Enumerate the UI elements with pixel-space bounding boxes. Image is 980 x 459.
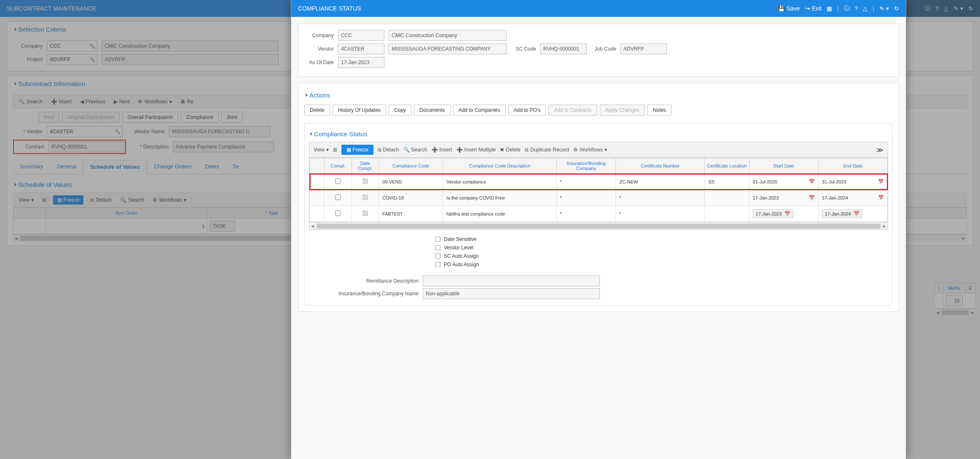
- column-header[interactable]: End Date: [818, 158, 887, 174]
- insurance-company-cell: *: [556, 206, 616, 222]
- m-vendor-code: 4CASTER: [338, 43, 384, 54]
- sc-auto-assign-checkbox[interactable]: [435, 254, 440, 259]
- vendor-level-checkbox[interactable]: [435, 245, 440, 250]
- modal-titlebar: COMPLIANCE STATUS 💾 Save ↪ Exit ▦ | ⓘ ? …: [291, 0, 906, 17]
- delete-button[interactable]: Delete: [304, 105, 330, 116]
- duplicate-button[interactable]: ⧉ Duplicate Record: [525, 147, 569, 153]
- compl-checkbox[interactable]: [335, 194, 341, 200]
- cert-number-cell: *: [616, 190, 705, 206]
- compl-checkbox[interactable]: [335, 211, 341, 216]
- start-date-cell[interactable]: 17-Jan-2023 📅: [749, 206, 818, 222]
- end-date-cell[interactable]: 31-Jul-2023📅: [818, 174, 887, 190]
- m-company-label: Company: [304, 32, 334, 38]
- column-header[interactable]: Certificate Number: [616, 158, 705, 174]
- m-vendor-label: Vendor: [304, 46, 334, 52]
- end-date-cell[interactable]: 17-Jan-2024 📅: [818, 206, 887, 222]
- cert-number-cell: ZC-NEW: [616, 174, 705, 190]
- refresh-icon[interactable]: ↻: [894, 5, 899, 12]
- date-compl-checkbox: [362, 178, 368, 184]
- calendar-icon[interactable]: 📅: [809, 179, 815, 184]
- column-header[interactable]: Certificate Location: [705, 158, 749, 174]
- exit-button[interactable]: ↪ Exit: [805, 5, 822, 12]
- calendar-icon[interactable]: 📅: [809, 195, 815, 200]
- compliance-toolbar: View ▾ ⊞ ▦ Freeze ⧉ Detach 🔍 Search ➕ In…: [309, 142, 888, 158]
- compliance-code-cell: COVID-19: [379, 190, 443, 206]
- column-header[interactable]: Start Date: [749, 158, 818, 174]
- po-auto-assign-checkbox[interactable]: [435, 262, 440, 267]
- date-compl-checkbox: [362, 211, 368, 216]
- edit-icon[interactable]: ✎ ▾: [879, 5, 889, 12]
- m-asof: 17-Jan-2023: [338, 57, 384, 68]
- calendar-icon[interactable]: 📅: [784, 211, 790, 216]
- compliance-header[interactable]: Compliance Status: [309, 128, 888, 142]
- remit-label: Remittance Description: [309, 278, 419, 284]
- warning-icon[interactable]: △: [863, 5, 867, 12]
- m-sccode: RVHQ-0000001: [540, 43, 587, 54]
- insurance-company-cell: *: [556, 174, 616, 190]
- column-header[interactable]: Date Compl.: [352, 158, 379, 174]
- compliance-desc-cell: fabliha test compliance code: [443, 206, 557, 222]
- workflows-button[interactable]: ⚙ Workflows ▾: [573, 147, 607, 153]
- remit-field: [423, 275, 600, 286]
- table-row[interactable]: FABTESTfabliha test compliance code**17-…: [310, 206, 888, 222]
- compliance-status-modal: COMPLIANCE STATUS 💾 Save ↪ Exit ▦ | ⓘ ? …: [291, 0, 906, 459]
- save-button[interactable]: 💾 Save: [778, 5, 800, 12]
- notes-button[interactable]: Notes: [647, 105, 671, 116]
- insert-multiple-button[interactable]: ➕ Insert Multiple: [456, 147, 496, 153]
- check-label: Vendor Level: [444, 245, 473, 251]
- ins-company-field: Non-applicable: [423, 288, 600, 299]
- column-header[interactable]: Compliance Code: [379, 158, 443, 174]
- m-jobcode: ADVRFP: [620, 43, 667, 54]
- check-label: PO Auto Assign: [444, 262, 479, 267]
- calendar-icon[interactable]: 📅: [878, 195, 884, 200]
- compliance-desc-cell: Vendor compliance: [443, 174, 557, 190]
- start-date-cell[interactable]: 17-Jan-2023📅: [749, 190, 818, 206]
- compliance-table: Compl.Date Compl.Compliance CodeComplian…: [309, 158, 888, 222]
- documents-button[interactable]: Documents: [414, 105, 451, 116]
- add-to-companies-button[interactable]: Add to Companies: [453, 105, 506, 116]
- view-button[interactable]: View ▾: [314, 147, 329, 153]
- compliance-scrollbar[interactable]: [309, 222, 888, 230]
- apply-changes-button[interactable]: Apply Changes: [600, 105, 645, 116]
- m-sccode-label: SC Code: [511, 46, 536, 52]
- modal-header-form: Company CCC CMiC Construction Company Ve…: [298, 24, 899, 77]
- column-header[interactable]: Insurance/Bonding Company: [556, 158, 616, 174]
- detach-button[interactable]: ⧉ Detach: [378, 147, 399, 153]
- freeze-button[interactable]: ▦ Freeze: [341, 145, 373, 155]
- search-button[interactable]: 🔍 Search: [403, 147, 427, 153]
- date-sensitive-checkbox[interactable]: [435, 237, 440, 242]
- help-icon[interactable]: ?: [855, 5, 858, 12]
- column-header[interactable]: [310, 158, 325, 174]
- end-date-cell[interactable]: 17-Jan-2024📅: [818, 190, 887, 206]
- add-to-contracts-button[interactable]: Add to Contracts: [548, 105, 597, 116]
- compliance-desc-cell: Is the company COVID Free: [443, 190, 557, 206]
- m-company-code: CCC: [338, 30, 384, 41]
- m-vendor-name: MISSISSAUGA FORECASTING COMPANY: [389, 43, 507, 54]
- delete-button[interactable]: ✖ Delete: [500, 147, 521, 153]
- check-label: SC Auto Assign: [444, 253, 479, 259]
- column-header[interactable]: Compl.: [325, 158, 352, 174]
- cert-location-cell: [705, 190, 749, 206]
- grid-icon[interactable]: ▦: [827, 5, 832, 12]
- column-header[interactable]: Compliance Code Description: [443, 158, 557, 174]
- format-icon[interactable]: ⊞: [333, 147, 337, 153]
- info-icon[interactable]: ⓘ: [844, 5, 850, 12]
- table-row[interactable]: COVID-19Is the company COVID Free**17-Ja…: [310, 190, 888, 206]
- more-button[interactable]: ≫: [876, 146, 883, 154]
- insurance-company-cell: *: [556, 190, 616, 206]
- history-of-updates-button[interactable]: History Of Updates: [333, 105, 386, 116]
- start-date-cell[interactable]: 01-Jul-2020📅: [749, 174, 818, 190]
- cert-number-cell: *: [616, 206, 705, 222]
- compliance-code-cell: 00-VEND: [379, 174, 443, 190]
- table-row[interactable]: 00-VENDVendor compliance*ZC-NEWSS01-Jul-…: [310, 174, 888, 190]
- copy-button[interactable]: Copy: [389, 105, 411, 116]
- calendar-icon[interactable]: 📅: [854, 211, 859, 216]
- date-compl-checkbox: [362, 194, 368, 200]
- insert-button[interactable]: ➕ Insert: [432, 147, 452, 153]
- compl-checkbox[interactable]: [335, 178, 341, 184]
- modal-title: COMPLIANCE STATUS: [298, 5, 361, 12]
- calendar-icon[interactable]: 📅: [878, 179, 884, 184]
- add-to-po-s-button[interactable]: Add to PO's: [508, 105, 546, 116]
- actions-header[interactable]: Actions: [304, 89, 893, 103]
- check-label: Date Sensitive: [444, 236, 476, 242]
